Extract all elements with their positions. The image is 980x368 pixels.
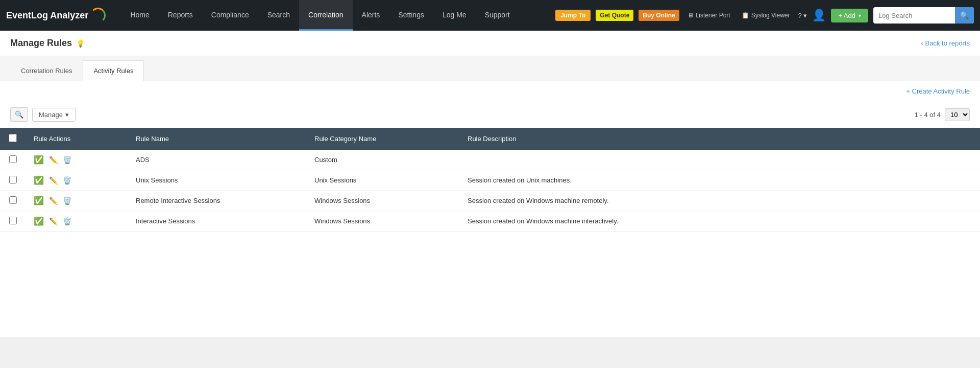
row-description: Session created on Windows machine inter… <box>459 211 980 232</box>
nav-item-search[interactable]: Search <box>258 0 299 31</box>
manage-dropdown-button[interactable]: Manage ▾ <box>32 108 76 122</box>
page-title: Manage Rules 💡 <box>10 38 85 49</box>
edit-icon[interactable]: ✏️ <box>49 217 58 225</box>
row-actions-cell: ✅ ✏️ 🗑️ <box>26 191 128 211</box>
edit-icon[interactable]: ✏️ <box>49 197 58 205</box>
jump-to-button[interactable]: Jump To <box>555 10 591 21</box>
toolbar-left: 🔍 Manage ▾ <box>10 107 76 122</box>
table-row: ✅ ✏️ 🗑️ Remote Interactive Sessions Wind… <box>0 191 980 211</box>
per-page-select[interactable]: 10 25 50 <box>945 108 970 121</box>
row-name: Interactive Sessions <box>128 211 306 232</box>
row-description <box>459 150 980 170</box>
table-header-row: Rule Actions Rule Name Rule Category Nam… <box>0 128 980 150</box>
row-name: Remote Interactive Sessions <box>128 191 306 211</box>
listener-port-button[interactable]: 🖥 Listener Port <box>684 10 733 21</box>
pagination-info: 1 - 4 of 4 <box>915 111 941 119</box>
col-rule-name: Rule Name <box>128 128 306 150</box>
buy-online-button[interactable]: Buy Online <box>639 10 679 21</box>
rules-table: Rule Actions Rule Name Rule Category Nam… <box>0 128 980 232</box>
top-bar: EventLog Analyzer HomeReportsComplianceS… <box>0 0 980 31</box>
tabs-container: Correlation RulesActivity Rules <box>0 56 980 81</box>
row-category: Custom <box>306 150 459 170</box>
add-button[interactable]: + Add ▾ <box>831 9 868 22</box>
sub-header: Manage Rules 💡 ‹ Back to reports <box>0 31 980 56</box>
delete-icon[interactable]: 🗑️ <box>63 176 71 185</box>
select-all-header <box>0 128 26 150</box>
toolbar-right: 1 - 4 of 4 10 25 50 <box>915 108 970 121</box>
create-activity-rule-link[interactable]: + Create Activity Rule <box>0 81 980 101</box>
nav-item-compliance[interactable]: Compliance <box>202 0 258 31</box>
row-category: Windows Sessions <box>306 191 459 211</box>
table-search-button[interactable]: 🔍 <box>10 107 28 122</box>
row-checkbox-0[interactable] <box>9 155 17 163</box>
row-name: ADS <box>128 150 306 170</box>
row-description: Session created on Unix machines. <box>459 170 980 191</box>
row-checkbox-1[interactable] <box>9 176 17 183</box>
syslog-icon: 📋 <box>742 12 749 19</box>
col-rule-description: Rule Description <box>459 128 980 150</box>
delete-icon[interactable]: 🗑️ <box>63 217 71 225</box>
row-checkbox-cell <box>0 211 26 232</box>
table-toolbar: 🔍 Manage ▾ 1 - 4 of 4 10 25 50 <box>0 101 980 128</box>
table-row: ✅ ✏️ 🗑️ Unix Sessions Unix Sessions Sess… <box>0 170 980 191</box>
edit-icon[interactable]: ✏️ <box>49 176 58 185</box>
top-right-area: Jump To Get Quote Buy Online 🖥 Listener … <box>555 7 974 24</box>
back-to-reports-link[interactable]: ‹ Back to reports <box>921 39 970 47</box>
row-description: Session created on Windows machine remot… <box>459 191 980 211</box>
logo-arc-icon <box>90 8 106 23</box>
enable-icon[interactable]: ✅ <box>34 216 44 226</box>
log-search-input[interactable] <box>873 12 955 19</box>
syslog-viewer-button[interactable]: 📋 Syslog Viewer <box>739 10 793 21</box>
delete-icon[interactable]: 🗑️ <box>63 156 71 164</box>
table-row: ✅ ✏️ 🗑️ Interactive Sessions Windows Ses… <box>0 211 980 232</box>
row-name: Unix Sessions <box>128 170 306 191</box>
row-checkbox-2[interactable] <box>9 196 17 204</box>
delete-icon[interactable]: 🗑️ <box>63 197 71 205</box>
help-button[interactable]: ? ▾ <box>798 12 807 19</box>
row-checkbox-cell <box>0 150 26 170</box>
user-avatar-icon[interactable]: 👤 <box>812 9 826 22</box>
row-actions-cell: ✅ ✏️ 🗑️ <box>26 170 128 191</box>
get-quote-button[interactable]: Get Quote <box>596 10 633 21</box>
col-rule-category: Rule Category Name <box>306 128 459 150</box>
log-search-submit-button[interactable]: 🔍 <box>955 7 974 24</box>
enable-icon[interactable]: ✅ <box>34 155 44 165</box>
chevron-left-icon: ‹ <box>921 39 923 47</box>
row-actions-cell: ✅ ✏️ 🗑️ <box>26 150 128 170</box>
row-checkbox-cell <box>0 170 26 191</box>
nav-item-settings[interactable]: Settings <box>389 0 433 31</box>
chevron-down-icon: ▾ <box>65 111 69 119</box>
chevron-down-icon: ▾ <box>859 13 861 18</box>
monitor-icon: 🖥 <box>688 12 694 19</box>
nav-item-reports[interactable]: Reports <box>159 0 202 31</box>
enable-icon[interactable]: ✅ <box>34 196 44 205</box>
tab-activity-rules[interactable]: Activity Rules <box>83 60 144 81</box>
main-content: + Create Activity Rule 🔍 Manage ▾ 1 - 4 … <box>0 81 980 337</box>
select-all-checkbox[interactable] <box>9 134 17 142</box>
enable-icon[interactable]: ✅ <box>34 175 44 185</box>
nav-item-home[interactable]: Home <box>121 0 158 31</box>
row-checkbox-cell <box>0 191 26 211</box>
col-rule-actions: Rule Actions <box>26 128 128 150</box>
log-search-box: 🔍 <box>873 7 974 24</box>
nav-item-correlation[interactable]: Correlation <box>299 0 352 31</box>
nav-item-log-me[interactable]: Log Me <box>433 0 476 31</box>
nav-item-support[interactable]: Support <box>476 0 519 31</box>
main-nav: HomeReportsComplianceSearchCorrelationAl… <box>121 0 519 31</box>
row-category: Windows Sessions <box>306 211 459 232</box>
edit-icon[interactable]: ✏️ <box>49 156 58 164</box>
app-logo: EventLog Analyzer <box>6 8 106 23</box>
create-link-container: + Create Activity Rule <box>0 81 980 101</box>
app-name: EventLog Analyzer <box>6 10 88 21</box>
row-category: Unix Sessions <box>306 170 459 191</box>
bulb-icon: 💡 <box>76 39 85 48</box>
table-row: ✅ ✏️ 🗑️ ADS Custom <box>0 150 980 170</box>
row-actions-cell: ✅ ✏️ 🗑️ <box>26 211 128 232</box>
tab-correlation-rules[interactable]: Correlation Rules <box>10 60 83 81</box>
row-checkbox-3[interactable] <box>9 217 17 224</box>
nav-item-alerts[interactable]: Alerts <box>353 0 389 31</box>
